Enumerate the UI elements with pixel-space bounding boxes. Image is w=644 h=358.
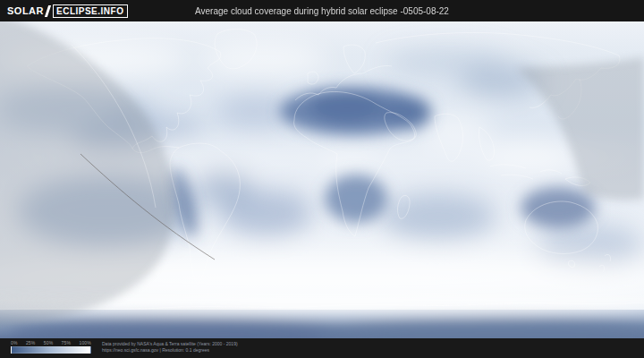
solareclipse-page: SOLAR ECLIPSE.INFO Average cloud coverag… xyxy=(0,0,644,358)
logo-text-solar: SOLAR xyxy=(7,5,44,16)
legend-tick: 50% xyxy=(44,340,54,345)
credit-line-1: Data provided by NASA's Aqua & Terra sat… xyxy=(102,341,238,347)
site-logo[interactable]: SOLAR ECLIPSE.INFO xyxy=(7,4,128,18)
credit-line-2[interactable]: https://neo.sci.gsfc.nasa.gov | Resoluti… xyxy=(102,347,238,354)
logo-text-eclipse-info: ECLIPSE.INFO xyxy=(53,4,128,18)
legend-tick: 0% xyxy=(11,340,18,345)
footer-bar: 0% 25% 50% 75% 100% Data provided by NAS… xyxy=(0,338,644,358)
legend-tick: 25% xyxy=(26,340,36,345)
legend-tick: 100% xyxy=(79,340,91,345)
data-credits: Data provided by NASA's Aqua & Terra sat… xyxy=(102,341,238,353)
southern-africa-clear-region xyxy=(325,175,387,223)
logo-slash-icon xyxy=(45,5,51,17)
world-cloud-map[interactable] xyxy=(0,21,644,338)
cloud-coverage-canvas xyxy=(0,21,644,338)
legend-tick: 75% xyxy=(62,340,72,345)
header-bar: SOLAR ECLIPSE.INFO Average cloud coverag… xyxy=(0,0,644,21)
cloud-coverage-legend: 0% 25% 50% 75% 100% xyxy=(11,340,91,354)
arabia-clear-region xyxy=(382,96,432,130)
legend-tick-labels: 0% 25% 50% 75% 100% xyxy=(11,340,91,345)
legend-colorbar xyxy=(11,346,91,354)
